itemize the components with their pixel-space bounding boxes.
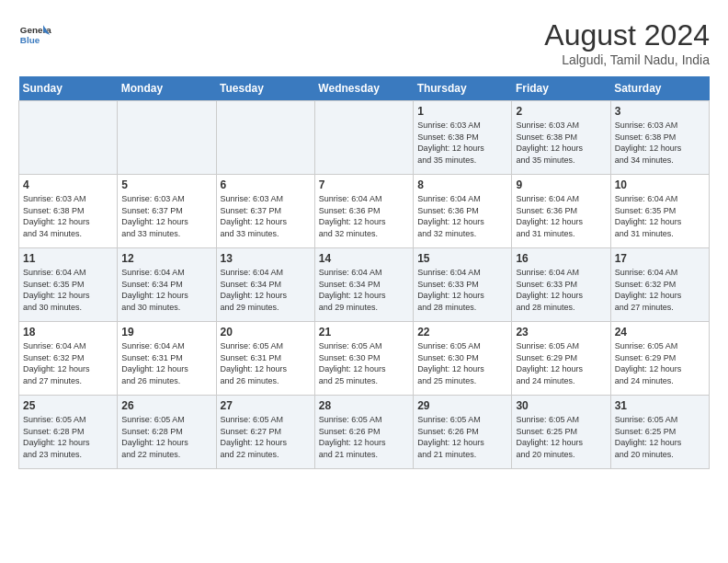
calendar-cell: 31Sunrise: 6:05 AM Sunset: 6:25 PM Dayli… xyxy=(610,396,709,469)
day-number: 27 xyxy=(221,399,311,412)
day-info: Sunrise: 6:04 AM Sunset: 6:36 PM Dayligh… xyxy=(516,193,606,239)
title-area: August 2024 Lalgudi, Tamil Nadu, India xyxy=(544,18,710,67)
calendar-cell: 26Sunrise: 6:05 AM Sunset: 6:28 PM Dayli… xyxy=(118,396,216,469)
day-number: 22 xyxy=(417,326,507,339)
day-number: 30 xyxy=(516,399,606,412)
day-info: Sunrise: 6:04 AM Sunset: 6:31 PM Dayligh… xyxy=(121,340,211,386)
calendar-cell xyxy=(314,101,413,175)
calendar-cell: 14Sunrise: 6:04 AM Sunset: 6:34 PM Dayli… xyxy=(314,248,413,322)
day-number: 21 xyxy=(319,326,409,339)
calendar-week-2: 4Sunrise: 6:03 AM Sunset: 6:38 PM Daylig… xyxy=(19,175,710,248)
day-info: Sunrise: 6:04 AM Sunset: 6:35 PM Dayligh… xyxy=(23,267,113,313)
day-info: Sunrise: 6:05 AM Sunset: 6:28 PM Dayligh… xyxy=(121,414,211,460)
day-number: 4 xyxy=(23,178,113,191)
weekday-header-tuesday: Tuesday xyxy=(216,76,314,101)
calendar-cell: 25Sunrise: 6:05 AM Sunset: 6:28 PM Dayli… xyxy=(19,396,118,469)
day-number: 29 xyxy=(417,399,507,412)
calendar-week-4: 18Sunrise: 6:04 AM Sunset: 6:32 PM Dayli… xyxy=(19,322,710,396)
page-header: General Blue August 2024 Lalgudi, Tamil … xyxy=(18,18,710,67)
day-info: Sunrise: 6:03 AM Sunset: 6:38 PM Dayligh… xyxy=(516,120,606,166)
logo: General Blue xyxy=(18,18,51,52)
day-info: Sunrise: 6:05 AM Sunset: 6:27 PM Dayligh… xyxy=(221,414,311,460)
day-number: 19 xyxy=(121,326,211,339)
calendar-cell: 24Sunrise: 6:05 AM Sunset: 6:29 PM Dayli… xyxy=(610,322,709,396)
calendar-cell: 6Sunrise: 6:03 AM Sunset: 6:37 PM Daylig… xyxy=(216,175,314,248)
calendar-cell: 1Sunrise: 6:03 AM Sunset: 6:38 PM Daylig… xyxy=(414,101,512,175)
day-number: 9 xyxy=(516,178,606,191)
day-info: Sunrise: 6:05 AM Sunset: 6:25 PM Dayligh… xyxy=(615,414,705,460)
calendar-cell: 30Sunrise: 6:05 AM Sunset: 6:25 PM Dayli… xyxy=(512,396,610,469)
day-number: 28 xyxy=(319,399,409,412)
day-number: 12 xyxy=(121,252,211,265)
day-info: Sunrise: 6:04 AM Sunset: 6:36 PM Dayligh… xyxy=(319,193,409,239)
day-number: 20 xyxy=(221,326,311,339)
calendar-cell: 18Sunrise: 6:04 AM Sunset: 6:32 PM Dayli… xyxy=(19,322,118,396)
day-info: Sunrise: 6:05 AM Sunset: 6:30 PM Dayligh… xyxy=(319,340,409,386)
calendar-cell: 16Sunrise: 6:04 AM Sunset: 6:33 PM Dayli… xyxy=(512,248,610,322)
calendar-table: SundayMondayTuesdayWednesdayThursdayFrid… xyxy=(18,76,710,469)
logo-icon: General Blue xyxy=(18,18,51,52)
calendar-cell: 15Sunrise: 6:04 AM Sunset: 6:33 PM Dayli… xyxy=(414,248,512,322)
day-info: Sunrise: 6:05 AM Sunset: 6:30 PM Dayligh… xyxy=(417,340,507,386)
day-info: Sunrise: 6:04 AM Sunset: 6:33 PM Dayligh… xyxy=(516,267,606,313)
calendar-cell xyxy=(216,101,314,175)
calendar-cell: 3Sunrise: 6:03 AM Sunset: 6:38 PM Daylig… xyxy=(610,101,709,175)
day-info: Sunrise: 6:04 AM Sunset: 6:32 PM Dayligh… xyxy=(23,340,113,386)
weekday-header-monday: Monday xyxy=(118,76,216,101)
day-info: Sunrise: 6:03 AM Sunset: 6:38 PM Dayligh… xyxy=(615,120,705,166)
day-info: Sunrise: 6:04 AM Sunset: 6:34 PM Dayligh… xyxy=(121,267,211,313)
calendar-cell: 7Sunrise: 6:04 AM Sunset: 6:36 PM Daylig… xyxy=(314,175,413,248)
calendar-cell xyxy=(19,101,118,175)
day-number: 1 xyxy=(417,105,507,118)
weekday-header-thursday: Thursday xyxy=(414,76,512,101)
calendar-cell: 29Sunrise: 6:05 AM Sunset: 6:26 PM Dayli… xyxy=(414,396,512,469)
location-subtitle: Lalgudi, Tamil Nadu, India xyxy=(544,52,710,67)
calendar-cell: 8Sunrise: 6:04 AM Sunset: 6:36 PM Daylig… xyxy=(414,175,512,248)
month-year-title: August 2024 xyxy=(544,18,710,52)
day-number: 7 xyxy=(319,178,409,191)
day-number: 31 xyxy=(615,399,705,412)
day-info: Sunrise: 6:05 AM Sunset: 6:29 PM Dayligh… xyxy=(615,340,705,386)
calendar-cell: 10Sunrise: 6:04 AM Sunset: 6:35 PM Dayli… xyxy=(610,175,709,248)
day-info: Sunrise: 6:05 AM Sunset: 6:25 PM Dayligh… xyxy=(516,414,606,460)
day-number: 10 xyxy=(615,178,705,191)
day-number: 6 xyxy=(221,178,311,191)
calendar-cell: 12Sunrise: 6:04 AM Sunset: 6:34 PM Dayli… xyxy=(118,248,216,322)
calendar-cell: 28Sunrise: 6:05 AM Sunset: 6:26 PM Dayli… xyxy=(314,396,413,469)
weekday-header-wednesday: Wednesday xyxy=(314,76,413,101)
day-number: 3 xyxy=(615,105,705,118)
day-info: Sunrise: 6:04 AM Sunset: 6:36 PM Dayligh… xyxy=(417,193,507,239)
day-number: 17 xyxy=(615,252,705,265)
day-info: Sunrise: 6:03 AM Sunset: 6:38 PM Dayligh… xyxy=(417,120,507,166)
calendar-cell: 13Sunrise: 6:04 AM Sunset: 6:34 PM Dayli… xyxy=(216,248,314,322)
calendar-cell: 27Sunrise: 6:05 AM Sunset: 6:27 PM Dayli… xyxy=(216,396,314,469)
calendar-cell: 5Sunrise: 6:03 AM Sunset: 6:37 PM Daylig… xyxy=(118,175,216,248)
day-number: 13 xyxy=(221,252,311,265)
weekday-header-row: SundayMondayTuesdayWednesdayThursdayFrid… xyxy=(19,76,710,101)
weekday-header-saturday: Saturday xyxy=(610,76,709,101)
weekday-header-sunday: Sunday xyxy=(19,76,118,101)
day-info: Sunrise: 6:03 AM Sunset: 6:37 PM Dayligh… xyxy=(121,193,211,239)
day-number: 14 xyxy=(319,252,409,265)
day-number: 15 xyxy=(417,252,507,265)
day-info: Sunrise: 6:04 AM Sunset: 6:35 PM Dayligh… xyxy=(615,193,705,239)
day-info: Sunrise: 6:04 AM Sunset: 6:32 PM Dayligh… xyxy=(615,267,705,313)
day-number: 8 xyxy=(417,178,507,191)
calendar-week-3: 11Sunrise: 6:04 AM Sunset: 6:35 PM Dayli… xyxy=(19,248,710,322)
calendar-cell: 9Sunrise: 6:04 AM Sunset: 6:36 PM Daylig… xyxy=(512,175,610,248)
day-info: Sunrise: 6:05 AM Sunset: 6:26 PM Dayligh… xyxy=(417,414,507,460)
calendar-cell: 11Sunrise: 6:04 AM Sunset: 6:35 PM Dayli… xyxy=(19,248,118,322)
calendar-week-1: 1Sunrise: 6:03 AM Sunset: 6:38 PM Daylig… xyxy=(19,101,710,175)
day-info: Sunrise: 6:04 AM Sunset: 6:34 PM Dayligh… xyxy=(221,267,311,313)
day-number: 11 xyxy=(23,252,113,265)
day-number: 24 xyxy=(615,326,705,339)
calendar-cell: 23Sunrise: 6:05 AM Sunset: 6:29 PM Dayli… xyxy=(512,322,610,396)
day-info: Sunrise: 6:05 AM Sunset: 6:26 PM Dayligh… xyxy=(319,414,409,460)
calendar-cell: 19Sunrise: 6:04 AM Sunset: 6:31 PM Dayli… xyxy=(118,322,216,396)
day-number: 25 xyxy=(23,399,113,412)
calendar-week-5: 25Sunrise: 6:05 AM Sunset: 6:28 PM Dayli… xyxy=(19,396,710,469)
day-number: 5 xyxy=(121,178,211,191)
day-info: Sunrise: 6:04 AM Sunset: 6:33 PM Dayligh… xyxy=(417,267,507,313)
day-info: Sunrise: 6:03 AM Sunset: 6:38 PM Dayligh… xyxy=(23,193,113,239)
calendar-cell: 2Sunrise: 6:03 AM Sunset: 6:38 PM Daylig… xyxy=(512,101,610,175)
